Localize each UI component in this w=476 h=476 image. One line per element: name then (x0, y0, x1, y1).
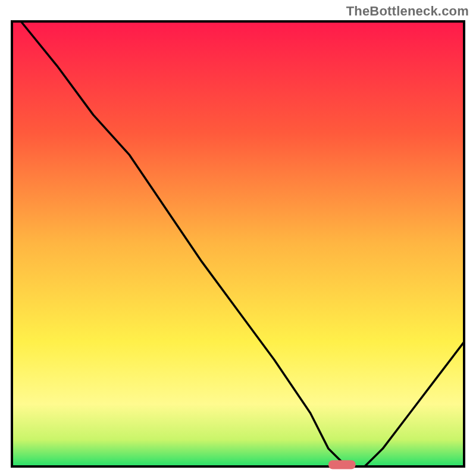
chart-stage: TheBottleneck.com (0, 0, 476, 476)
plot-area (12, 21, 464, 466)
optimal-marker (328, 461, 356, 469)
bottleneck-chart (0, 0, 476, 476)
